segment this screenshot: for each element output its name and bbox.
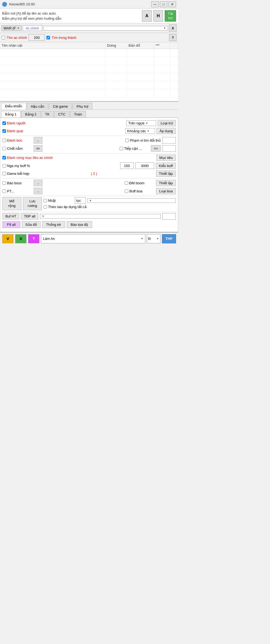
tim-ac-chinh-checkbox[interactable] [2,36,5,39]
location-select[interactable]: Lâm An ▼ [41,234,145,243]
content-panel: Đánh người Trên ngựa ▼ Loại trừ Đánh quá… [0,118,178,232]
direction-select[interactable]: Đ ▼ [147,234,160,243]
danh-bos-checkbox[interactable] [2,139,6,142]
ap-dung-button[interactable]: Áp dụng [157,128,176,134]
kieu-buff-button[interactable]: Kiểu buff [156,163,176,169]
buf-dropdown[interactable]: ▼ [40,214,161,219]
tab-dieu-khien[interactable]: Điều khiển [1,103,26,110]
sub-tab-ctc[interactable]: CTC [54,111,70,117]
theo-sau-checkbox[interactable] [43,205,47,209]
dame-ket-hop-checkbox[interactable] [2,172,6,175]
danh-nguoi-text: Đánh người [7,121,25,125]
luu-ruong-button[interactable]: Lưurương [23,197,42,210]
bao-boss-dots-button[interactable]: ... [34,180,42,186]
bao-boss-checkbox[interactable] [2,181,6,185]
info-text: Bấm nút [A] để ép tên ac vào auto. Bấm p… [2,11,140,21]
btn-thp[interactable]: THP [162,234,176,243]
buf-ht-button[interactable]: Buf HT [2,213,19,219]
tab-phu-tro[interactable]: Phụ trợ [73,103,92,110]
row-chet-nam: Chết nằm im Tiếp cận ... >> [2,145,176,152]
dame-ket-hop-label: Dame kết hợp [2,172,32,176]
row-nhat: Nhặt ▼ [43,197,176,204]
title-bar: Keoxe365 10.00 — □ ✕ [0,0,178,9]
khoang-cac-dropdown[interactable]: Khoảng các ▼ [125,128,155,134]
danh-bos-label: Đánh bos [2,138,32,142]
sub-tab-train[interactable]: Train [70,111,86,117]
nga-my-buff-checkbox[interactable] [2,164,6,168]
tim-trong-thanh-label: Tìm trong thành [52,36,76,40]
pt-checkbox[interactable] [2,189,6,193]
nhat-dropdown-arrow-icon: ▼ [89,199,92,202]
btn-t[interactable]: T [28,234,39,243]
loai-tru-button[interactable]: Loại trừ [158,120,176,126]
sub-tab-tk[interactable]: TK [41,111,54,117]
dame-ket-hop-text: Dame kết hợp [7,172,29,176]
im-button[interactable]: im [34,145,42,152]
tren-ngua-label: Trên ngựa [128,121,144,125]
sub-tab-bang1[interactable]: Bảng 1 [1,111,21,117]
pham-vi-text: Phạm vi tìm đối thủ [130,138,161,142]
nhat-checkbox[interactable] [43,199,47,202]
question-button[interactable]: ? [169,34,177,41]
tab-cai-game[interactable]: Cài game [49,103,72,110]
btn-v[interactable]: V [2,234,14,243]
tim-ac-chinh-input[interactable] [29,34,45,41]
dm-boom-text: ĐM boom [129,181,144,185]
f9-all-button[interactable]: F9 all [2,221,20,228]
buf-extra-input[interactable] [162,213,176,220]
separator5 [2,212,176,212]
war-dropdown[interactable]: WAR (F ▼ [2,25,22,31]
luu-ruong-label: Lưurương [28,199,37,208]
tab-hau-can[interactable]: Hậu cần [27,103,48,110]
danh-nguoi-checkbox[interactable] [2,121,6,125]
chet-nam-checkbox[interactable] [2,147,6,150]
danh-cung-checkbox[interactable] [2,156,6,159]
loai-bua-button[interactable]: Loại bùa [156,188,176,194]
pt-dots-button[interactable]: ... [34,188,42,194]
sua-do-button[interactable]: Sửa đồ [22,221,40,228]
loc-input[interactable] [75,197,86,204]
close-button[interactable]: ✕ [168,1,176,7]
ac-chinh-button[interactable]: Ac chinh [23,25,42,31]
buff-val2-input[interactable] [135,162,154,169]
bao-toa-do-button[interactable]: Báo tọa độ [67,221,92,228]
minimize-button[interactable]: — [151,1,159,7]
tiep-can-input[interactable] [162,145,176,152]
tim-trong-thanh-checkbox[interactable] [46,36,50,39]
app-icon [2,2,7,7]
pham-vi-input[interactable] [162,137,176,144]
table-row [0,73,178,81]
buff-bua-text: Buff bùa [129,189,142,193]
danh-bos-dots-button[interactable]: ... [34,137,42,144]
tdp-all-button[interactable]: TĐP all [21,213,38,219]
war-close-button[interactable]: X [169,25,177,32]
buff-val1-input[interactable] [120,162,134,169]
thiet-lap2-button[interactable]: Thiết lập [156,180,176,186]
maximize-button[interactable]: □ [160,1,167,7]
table-area: Tên nhân vật Doing Bản đồ *** [0,42,178,102]
tiep-can-arrow-button[interactable]: >> [151,145,161,152]
btn-tai[interactable]: Tải trợ [165,10,176,22]
tiep-can-checkbox[interactable] [120,147,123,150]
ac-chinh-select[interactable]: ▼ [43,26,168,30]
sub-tabs: Bảng 1 Bảng 2 TK CTC Train [0,110,178,118]
btn-x-final[interactable]: X [15,234,26,243]
mo-rong-button[interactable]: Mởrộng [2,197,21,210]
buff-bua-checkbox[interactable] [125,189,128,193]
pham-vi-checkbox[interactable] [125,139,129,142]
thong-ke-button[interactable]: Thống kê [42,221,65,228]
separator2 [2,153,176,154]
tren-ngua-dropdown[interactable]: Trên ngựa ▼ [126,120,156,126]
sub-tab-bang2[interactable]: Bảng 2 [21,111,40,117]
table-row [0,49,178,57]
nhat-dropdown[interactable]: ▼ [87,198,176,203]
col-header-extra: *** [154,42,170,49]
btn-h[interactable]: H [153,10,163,22]
dm-boom-checkbox[interactable] [125,181,128,185]
thiet-lap1-button[interactable]: Thiết lập [156,171,176,177]
filter-bar: Tìm ac chính Tìm trong thành ? [0,33,178,42]
theo-sau-text: Theo sau áp dụng tất cả [48,205,87,209]
danh-quai-checkbox[interactable] [2,129,6,133]
muc-tieu-button[interactable]: Mục tiêu [156,155,176,161]
btn-a[interactable]: A [142,10,152,22]
